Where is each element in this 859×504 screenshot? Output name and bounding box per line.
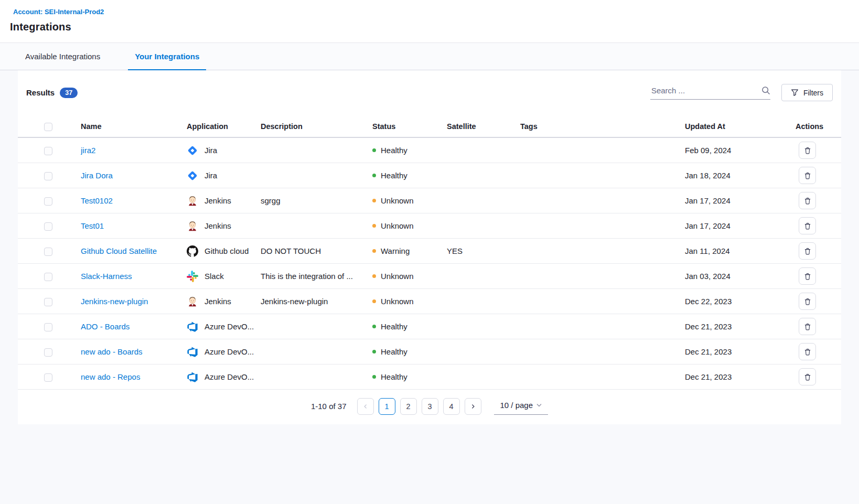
status-dot	[372, 174, 376, 177]
application-label: Slack	[205, 272, 224, 281]
search-icon	[761, 86, 770, 95]
integration-name-link[interactable]: new ado - Boards	[81, 347, 143, 356]
search-input[interactable]	[650, 85, 761, 95]
integration-name-link[interactable]: Jenkins-new-plugin	[81, 297, 148, 306]
select-all-checkbox[interactable]	[44, 123, 52, 131]
status-dot	[372, 299, 376, 303]
status-label: Unknown	[381, 272, 414, 281]
integration-name-link[interactable]: Jira Dora	[81, 171, 113, 180]
row-checkbox[interactable]	[44, 248, 52, 256]
status-label: Unknown	[381, 196, 414, 205]
page-size-label: 10 / page	[500, 401, 533, 410]
application-label: Jenkins	[205, 196, 231, 205]
description-text: sgrgg	[261, 196, 372, 205]
delete-button[interactable]	[799, 242, 816, 260]
delete-button[interactable]	[799, 217, 816, 234]
application-label: Jenkins	[205, 221, 231, 230]
updated-at-value: Feb 09, 2024	[685, 146, 796, 155]
delete-button[interactable]	[799, 142, 816, 159]
integration-name-link[interactable]: Test01	[81, 221, 104, 230]
pagination-page-2[interactable]: 2	[400, 398, 417, 415]
description-text: DO NOT TOUCH	[261, 246, 372, 255]
row-checkbox[interactable]	[44, 197, 52, 206]
updated-at-value: Dec 21, 2023	[685, 372, 796, 381]
filters-button[interactable]: Filters	[781, 84, 833, 101]
updated-at-value: Dec 21, 2023	[685, 347, 796, 356]
delete-button[interactable]	[799, 343, 816, 360]
integrations-table: Name Application Description Status Sate…	[18, 116, 841, 390]
table-row: Test0102JenkinssgrggUnknownJan 17, 2024	[18, 188, 841, 213]
delete-button[interactable]	[799, 318, 816, 335]
azure-devops-icon	[187, 346, 198, 358]
results-label: Results	[26, 88, 55, 97]
column-header-application: Application	[187, 122, 261, 131]
jenkins-icon	[187, 296, 198, 307]
integration-name-link[interactable]: Slack-Harness	[81, 272, 132, 281]
pagination-range: 1-10 of 37	[311, 402, 347, 411]
jira-icon	[187, 145, 198, 156]
row-checkbox[interactable]	[44, 348, 52, 357]
jenkins-icon	[187, 195, 198, 207]
table-row: new ado - BoardsAzure DevO...HealthyDec …	[18, 339, 841, 364]
updated-at-value: Jan 17, 2024	[685, 196, 796, 205]
delete-button[interactable]	[799, 267, 816, 285]
application-label: Jira	[205, 171, 217, 180]
row-checkbox[interactable]	[44, 298, 52, 306]
page-title: Integrations	[10, 21, 846, 33]
status-label: Healthy	[381, 347, 407, 356]
row-checkbox[interactable]	[44, 273, 52, 281]
integration-name-link[interactable]: new ado - Repos	[81, 372, 140, 381]
delete-button[interactable]	[799, 167, 816, 184]
row-checkbox[interactable]	[44, 373, 52, 382]
updated-at-value: Jan 17, 2024	[685, 221, 796, 230]
integration-name-link[interactable]: Test0102	[81, 196, 113, 205]
row-checkbox[interactable]	[44, 172, 52, 180]
table-toolbar: Results 37	[18, 84, 841, 101]
row-checkbox[interactable]	[44, 147, 52, 155]
pagination: 1-10 of 37 1234 10 / page	[18, 398, 841, 415]
delete-button[interactable]	[799, 368, 816, 385]
integration-name-link[interactable]: jira2	[81, 146, 95, 155]
tab-bar: Available Integrations Your Integrations	[0, 43, 859, 70]
pagination-page-3[interactable]: 3	[422, 398, 438, 415]
account-breadcrumb[interactable]: Account: SEI-Internal-Prod2	[13, 8, 104, 16]
azure-devops-icon	[187, 371, 198, 383]
table-row: Test01JenkinsUnknownJan 17, 2024	[18, 213, 841, 239]
chevron-right-icon	[469, 403, 477, 410]
page-size-select[interactable]: 10 / page	[494, 398, 549, 415]
page-header: Account: SEI-Internal-Prod2 Integrations	[0, 0, 859, 43]
filters-label: Filters	[803, 89, 823, 97]
column-header-description: Description	[261, 122, 372, 131]
status-dot	[372, 199, 376, 202]
delete-button[interactable]	[799, 192, 816, 209]
status-label: Healthy	[381, 372, 407, 381]
status-dot	[372, 274, 376, 278]
table-row: new ado - ReposAzure DevO...HealthyDec 2…	[18, 364, 841, 390]
row-checkbox[interactable]	[44, 323, 52, 331]
chevron-left-icon	[362, 403, 369, 410]
row-checkbox[interactable]	[44, 222, 52, 231]
results-count-badge: 37	[60, 88, 78, 98]
integration-name-link[interactable]: Github Cloud Satellite	[81, 246, 157, 255]
table-row: Slack-HarnessSlackThis is the integratio…	[18, 264, 841, 289]
integration-name-link[interactable]: ADO - Boards	[81, 322, 130, 331]
tab-available-integrations[interactable]: Available Integrations	[18, 43, 107, 70]
application-label: Azure DevO...	[205, 372, 254, 381]
pagination-prev-button[interactable]	[357, 398, 374, 415]
content-area: Results 37	[0, 70, 859, 424]
application-label: Jira	[205, 146, 217, 155]
status-label: Warning	[381, 246, 410, 255]
pagination-page-1[interactable]: 1	[379, 398, 395, 415]
satellite-value: YES	[447, 246, 520, 255]
github-icon	[187, 245, 198, 257]
delete-button[interactable]	[799, 293, 816, 310]
column-header-updated-at: Updated At	[685, 122, 796, 131]
pagination-page-4[interactable]: 4	[443, 398, 460, 415]
tab-your-integrations[interactable]: Your Integrations	[128, 43, 206, 70]
integrations-panel: Results 37	[18, 70, 841, 424]
status-dot	[372, 325, 376, 328]
column-header-tags: Tags	[520, 122, 685, 131]
column-header-actions: Actions	[796, 122, 837, 131]
pagination-next-button[interactable]	[465, 398, 481, 415]
description-text: This is the integration of ...	[261, 272, 372, 281]
